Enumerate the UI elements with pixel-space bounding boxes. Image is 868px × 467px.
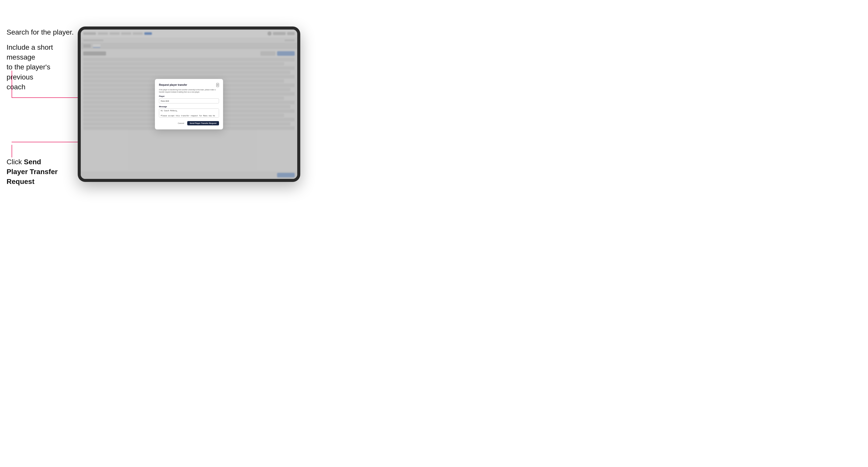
arrow-line-vertical-2a (11, 145, 12, 157)
player-search-input[interactable] (159, 98, 219, 103)
annotation-click: Click Send Player Transfer Request (6, 157, 60, 187)
arrow-line-vertical-1 (11, 71, 12, 97)
modal-header: Request player transfer × (159, 83, 219, 87)
message-textarea[interactable]: Hi Coach McHarg, Please accept this tran… (159, 108, 219, 118)
modal-description: If the player is transferring from anoth… (159, 89, 219, 93)
modal-footer: Cancel Send Player Transfer Request (159, 121, 219, 125)
tablet-device: Request player transfer × If the player … (78, 27, 300, 182)
tablet-screen: Request player transfer × If the player … (81, 30, 297, 179)
request-transfer-modal: Request player transfer × If the player … (155, 79, 223, 130)
player-field-label: Player (159, 95, 219, 97)
cancel-button[interactable]: Cancel (176, 121, 186, 125)
modal-close-button[interactable]: × (216, 83, 219, 87)
message-field-label: Message (159, 105, 219, 108)
modal-title: Request player transfer (159, 84, 187, 86)
annotation-search: Search for the player. (6, 27, 74, 37)
modal-overlay: Request player transfer × If the player … (81, 30, 297, 179)
send-transfer-request-button[interactable]: Send Player Transfer Request (187, 121, 219, 125)
annotation-message: Include a short message to the player's … (6, 42, 72, 92)
